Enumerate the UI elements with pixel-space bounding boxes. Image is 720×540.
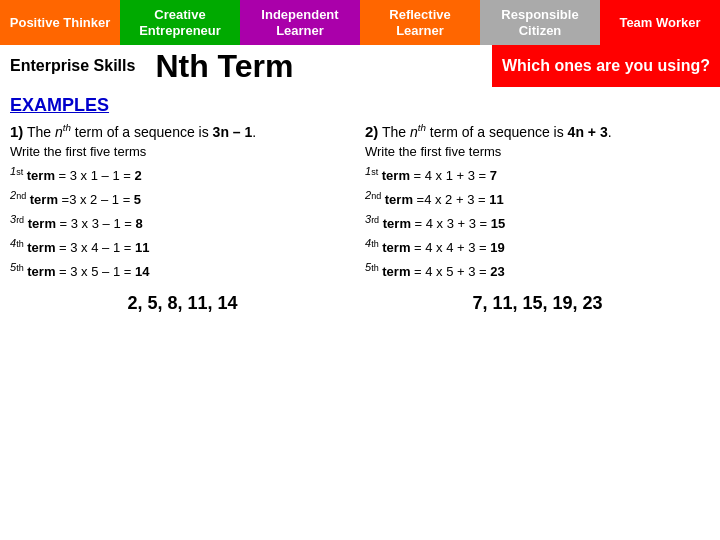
term-1-1: 1st term = 3 x 1 – 1 = 2: [10, 163, 355, 187]
term-2-2: 2nd term =4 x 2 + 3 = 11: [365, 187, 710, 211]
nav-label-reflective-learner: Reflective Learner: [366, 7, 474, 38]
main-content: EXAMPLES 1) The nth term of a sequence i…: [0, 87, 720, 322]
problem-1: 1) The nth term of a sequence is 3n – 1.…: [10, 122, 355, 314]
nav-label-team-worker: Team Worker: [619, 15, 700, 31]
problem-2-instruction: Write the first five terms: [365, 144, 710, 159]
term-2-4: 4th term = 4 x 4 + 3 = 19: [365, 235, 710, 259]
problem-2-terms: 1st term = 4 x 1 + 3 = 7 2nd term =4 x 2…: [365, 163, 710, 284]
nav-creative-entrepreneur[interactable]: Creative Entrepreneur: [120, 0, 240, 45]
term-1-3: 3rd term = 3 x 3 – 1 = 8: [10, 211, 355, 235]
term-1-5: 5th term = 3 x 5 – 1 = 14: [10, 259, 355, 283]
enterprise-skills-label: Enterprise Skills: [0, 57, 145, 75]
problem-1-answer: 2, 5, 8, 11, 14: [10, 293, 355, 314]
which-ones-label: Which ones are you using?: [492, 45, 720, 87]
examples-label: EXAMPLES: [10, 95, 710, 116]
nav-team-worker[interactable]: Team Worker: [600, 0, 720, 45]
nav-label-positive-thinker: Positive Thinker: [10, 15, 110, 31]
term-1-4: 4th term = 3 x 4 – 1 = 11: [10, 235, 355, 259]
nth-term-title: Nth Term: [145, 48, 303, 85]
problem-1-title: 1) The nth term of a sequence is 3n – 1.: [10, 122, 355, 140]
nav-responsible-citizen[interactable]: Responsible Citizen: [480, 0, 600, 45]
problem-1-instruction: Write the first five terms: [10, 144, 355, 159]
term-2-3: 3rd term = 4 x 3 + 3 = 15: [365, 211, 710, 235]
term-2-5: 5th term = 4 x 5 + 3 = 23: [365, 259, 710, 283]
nav-label-independent-learner: Independent Learner: [246, 7, 354, 38]
nav-positive-thinker[interactable]: Positive Thinker: [0, 0, 120, 45]
problems-row: 1) The nth term of a sequence is 3n – 1.…: [10, 122, 710, 314]
problem-2-answer: 7, 11, 15, 19, 23: [365, 293, 710, 314]
problem-2-formula: 4n + 3: [568, 124, 608, 140]
term-1-2: 2nd term =3 x 2 – 1 = 5: [10, 187, 355, 211]
nav-label-responsible-citizen: Responsible Citizen: [486, 7, 594, 38]
second-row: Enterprise Skills Nth Term Which ones ar…: [0, 45, 720, 87]
problem-1-terms: 1st term = 3 x 1 – 1 = 2 2nd term =3 x 2…: [10, 163, 355, 284]
problem-2: 2) The nth term of a sequence is 4n + 3.…: [365, 122, 710, 314]
term-2-1: 1st term = 4 x 1 + 3 = 7: [365, 163, 710, 187]
nav-label-creative-entrepreneur: Creative Entrepreneur: [126, 7, 234, 38]
nav-independent-learner[interactable]: Independent Learner: [240, 0, 360, 45]
problem-2-title: 2) The nth term of a sequence is 4n + 3.: [365, 122, 710, 140]
problem-2-number: 2): [365, 123, 378, 140]
nav-reflective-learner[interactable]: Reflective Learner: [360, 0, 480, 45]
problem-1-number: 1): [10, 123, 23, 140]
top-nav: Positive Thinker Creative Entrepreneur I…: [0, 0, 720, 45]
problem-1-formula: 3n – 1: [213, 124, 253, 140]
